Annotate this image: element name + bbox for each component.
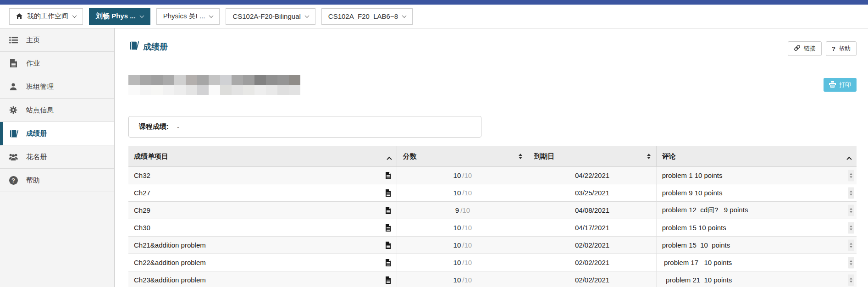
comment-text: problem 17 10 points [662,259,732,266]
help-button[interactable]: ? 帮助 [826,41,857,56]
column-header-label: 成绩单项目 [134,152,168,160]
tab-label: Physics 吴I ... [163,12,205,21]
score-cell: 10/10 [397,254,528,271]
book-icon [8,130,18,138]
tab-label: 刘畅 Phys ... [96,12,136,21]
comment-cell: problem 1 10 points [656,167,857,184]
sidebar-item-roster[interactable]: 花名册 [0,145,114,169]
tab-cs102a-f20-bilingual[interactable]: CS102A-F20-Bilingual [226,8,315,25]
score-cell: 10/10 [397,237,528,254]
sidebar-item-assignments[interactable]: 作业 [0,52,114,75]
comment-cell: problem 12 cd问? 9 points [656,202,857,219]
link-button[interactable]: 链接 [788,41,822,56]
column-header-item[interactable]: 成绩单项目 [128,146,397,167]
sidebar-item-label: 帮助 [26,176,40,185]
grade-row: Ch22&addition problem 10/10 02/02/2021 p… [128,254,857,271]
grade-row: Ch21&addition problem 10/10 02/02/2021 p… [128,237,857,254]
help-button-label: 帮助 [839,44,851,53]
spinner-control[interactable] [848,170,854,181]
tab-label: 我的工作空间 [27,12,68,21]
spinner-control[interactable] [848,274,854,286]
spinner-control[interactable] [848,239,854,251]
column-header-label: 分数 [403,152,416,160]
item-name: Ch21&addition problem [134,241,206,249]
comment-text: problem 15 10 points [662,224,726,232]
grade-row: Ch27 10/10 03/25/2021 problem 9 10 point… [128,184,857,202]
comment-cell: problem 9 10 points [656,184,857,202]
comment-cell: problem 21 10 points [656,271,857,287]
comment-text: problem 15 10 points [662,241,730,249]
link-icon [794,44,801,53]
course-grade-box: 课程成绩: - [128,116,481,138]
score-cell: 10/10 [397,167,528,184]
tab-cs102a-f20-lab[interactable]: CS102A_F20_LAB6~8 [321,8,413,25]
comment-text: problem 21 10 points [662,276,732,284]
spinner-control[interactable] [848,222,854,233]
document-icon [385,242,391,249]
tab-physics-wu[interactable]: Physics 吴I ... [156,8,220,25]
chevron-down-icon [139,13,144,18]
sidebar-item-label: 主页 [26,36,40,44]
item-name: Ch27 [134,189,150,197]
item-name: Ch30 [134,224,150,232]
home-icon [16,13,22,19]
document-icon [385,276,391,284]
question-mark-icon: ? [832,45,835,52]
due-date-cell: 04/22/2021 [528,167,656,184]
printer-icon [829,81,836,89]
grade-row: Ch30 10/10 04/17/2021 problem 15 10 poin… [128,219,857,237]
grade-row: Ch23&addition problem 10/10 02/02/2021 p… [128,271,857,287]
sidebar-item-section-manage[interactable]: 班组管理 [0,75,114,99]
due-date-cell: 03/25/2021 [528,184,656,202]
course-grade-label: 课程成绩: [139,122,169,131]
chevron-down-icon [304,13,309,18]
sidebar-item-help[interactable]: 帮助 [0,169,114,192]
document-icon [385,224,391,232]
due-date-cell: 02/02/2021 [528,271,656,287]
column-header-label: 评论 [662,152,676,160]
sidebar-item-label: 班组管理 [26,83,54,91]
due-date-cell: 04/08/2021 [528,202,656,219]
tab-label: CS102A-F20-Bilingual [232,12,300,20]
due-date-cell: 02/02/2021 [528,237,656,254]
print-button[interactable]: 打印 [824,78,857,92]
column-header-due-date[interactable]: 到期日 [528,146,656,167]
question-circle-icon [9,176,18,185]
comment-text: problem 12 cd问? 9 points [662,206,748,214]
grades-header-row: 成绩单项目 分数 到期日 评论 [128,146,857,167]
item-name: Ch29 [134,206,150,214]
tab-liuchang-phys[interactable]: 刘畅 Phys ... [89,8,150,25]
group-icon [8,154,18,160]
column-header-score[interactable]: 分数 [397,146,528,167]
tool-sidebar: 主页 作业 班组管理 站点信息 成绩册 花名册 帮助 [0,28,115,287]
document-icon [385,172,391,179]
score-cell: 9/10 [397,202,528,219]
column-header-comment[interactable]: 评论 [656,146,857,167]
score-cell: 10/10 [397,219,528,237]
item-name: Ch22&addition problem [134,259,206,266]
user-icon [8,83,18,90]
sidebar-item-gradebook[interactable]: 成绩册 [0,122,114,145]
comment-cell: problem 15 10 points [656,237,857,254]
spinner-control[interactable] [848,257,854,268]
gradebook-page: 成绩册 链接 ? 帮助 打印 课程成绩: - [115,28,868,287]
sidebar-item-label: 成绩册 [26,129,47,138]
spinner-control[interactable] [848,204,854,216]
comment-text: problem 1 10 points [662,171,723,179]
sidebar-item-site-info[interactable]: 站点信息 [0,99,114,122]
spinner-control[interactable] [848,187,854,199]
sidebar-item-home[interactable]: 主页 [0,28,114,52]
gear-icon [8,106,18,114]
tab-my-workspace[interactable]: 我的工作空间 [9,8,83,25]
print-button-label: 打印 [839,81,851,89]
grades-table: 成绩单项目 分数 到期日 评论 [128,146,857,287]
comment-cell: problem 15 10 points [656,219,857,237]
tab-label: CS102A_F20_LAB6~8 [328,12,398,20]
course-grade-value: - [177,123,179,131]
chevron-down-icon [209,13,214,18]
item-name: Ch32 [134,171,150,179]
assignment-icon [8,59,18,67]
due-date-cell: 04/17/2021 [528,219,656,237]
book-icon [128,41,139,52]
chevron-down-icon [402,13,407,18]
